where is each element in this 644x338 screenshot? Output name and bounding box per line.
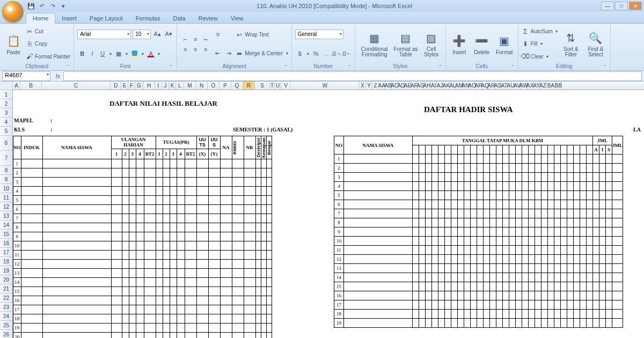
table-row[interactable]: 16 bbox=[13, 296, 272, 305]
align-center-button[interactable]: ≡ bbox=[191, 45, 200, 54]
font-size-combo[interactable]: 10 bbox=[133, 30, 151, 39]
clear-button[interactable]: ⌫Clear▾ bbox=[522, 51, 558, 62]
find-select-button[interactable]: 🔍Find & Select bbox=[584, 25, 607, 63]
borders-button[interactable]: ▦ bbox=[114, 49, 123, 58]
font-color-dropdown[interactable]: ▾ bbox=[156, 49, 162, 58]
table-row[interactable]: 12 bbox=[334, 255, 623, 264]
qat-dropdown-icon[interactable]: ▾ bbox=[59, 2, 68, 10]
table-row[interactable]: 14 bbox=[334, 273, 623, 282]
grow-font-button[interactable]: A▴ bbox=[152, 30, 162, 39]
table-row[interactable]: 8 bbox=[334, 218, 623, 227]
table-row[interactable]: 8 bbox=[13, 223, 272, 232]
table-row[interactable]: 3 bbox=[13, 178, 272, 187]
table-row[interactable]: 6 bbox=[334, 200, 623, 209]
table-row[interactable]: 18 bbox=[334, 310, 623, 319]
number-format-combo[interactable]: General bbox=[295, 30, 343, 39]
merge-center-button[interactable]: ⬌Merge & Center▾ bbox=[236, 48, 288, 59]
table-row[interactable]: 4 bbox=[13, 187, 272, 196]
minimize-button[interactable]: — bbox=[601, 2, 614, 10]
table-row[interactable]: 11 bbox=[13, 251, 272, 260]
table-row[interactable]: 1 bbox=[13, 159, 272, 168]
table-row[interactable]: 9 bbox=[334, 227, 623, 237]
delete-cells-button[interactable]: ➖Delete bbox=[472, 25, 492, 63]
table-row[interactable]: 20 bbox=[13, 333, 272, 338]
italic-button[interactable]: I bbox=[87, 49, 97, 58]
undo-icon[interactable]: ↶ bbox=[38, 2, 46, 10]
table-row[interactable]: 19 bbox=[334, 319, 623, 328]
format-cells-button[interactable]: ▣Format bbox=[494, 25, 515, 63]
decrease-indent-button[interactable]: ⇤ bbox=[213, 49, 222, 58]
tab-data[interactable]: Data bbox=[166, 13, 192, 23]
table-row[interactable]: 11 bbox=[334, 246, 623, 255]
fx-icon[interactable]: fx bbox=[53, 73, 63, 79]
table-row[interactable]: 3 bbox=[334, 173, 623, 182]
insert-cells-button[interactable]: ➕Insert bbox=[449, 25, 470, 63]
currency-dropdown[interactable]: ▾ bbox=[305, 49, 311, 58]
table-row[interactable]: 15 bbox=[13, 287, 272, 296]
table-row[interactable]: 19 bbox=[13, 324, 272, 333]
table-row[interactable]: 10 bbox=[13, 241, 272, 251]
align-bottom-button[interactable]: ⌙ bbox=[201, 34, 210, 44]
table-row[interactable]: 7 bbox=[334, 209, 623, 218]
maximize-button[interactable]: □ bbox=[615, 2, 628, 10]
table-row[interactable]: 15 bbox=[334, 282, 623, 291]
table-row[interactable]: 5 bbox=[334, 191, 623, 200]
left-table[interactable]: NO INDUK NAMA SISWA ULANGAN HARIAN TUGAS… bbox=[13, 136, 272, 338]
formula-input[interactable] bbox=[63, 71, 642, 81]
column-headers[interactable]: ABCDEFGHIJKLMNOPQRSTUVWXYZAAABACADAEAFAG… bbox=[13, 82, 644, 90]
tab-formulas[interactable]: Formulas bbox=[129, 13, 167, 23]
table-row[interactable]: 12 bbox=[13, 260, 272, 269]
align-right-button[interactable]: ≡ bbox=[201, 45, 210, 54]
table-row[interactable]: 14 bbox=[13, 278, 272, 287]
table-row[interactable]: 17 bbox=[13, 305, 272, 314]
copy-button[interactable]: ⎘Copy bbox=[26, 39, 70, 49]
table-row[interactable]: 2 bbox=[334, 164, 623, 173]
table-row[interactable]: 4 bbox=[334, 182, 623, 191]
tab-view[interactable]: View bbox=[224, 13, 250, 23]
conditional-formatting-button[interactable]: ▦Conditional Formatting bbox=[358, 25, 391, 63]
close-button[interactable]: ✕ bbox=[629, 2, 642, 10]
font-color-button[interactable]: A bbox=[146, 49, 156, 58]
underline-dropdown[interactable]: ▾ bbox=[108, 49, 113, 58]
borders-dropdown[interactable]: ▾ bbox=[124, 49, 129, 58]
table-row[interactable]: 5 bbox=[13, 196, 272, 205]
cell-styles-button[interactable]: ▨Cell Styles bbox=[421, 25, 442, 63]
table-row[interactable]: 7 bbox=[13, 214, 272, 223]
table-row[interactable]: 18 bbox=[13, 314, 272, 324]
bold-button[interactable]: B bbox=[77, 49, 87, 58]
table-row[interactable]: 6 bbox=[13, 205, 272, 214]
font-name-combo[interactable]: Arial bbox=[77, 30, 131, 39]
table-row[interactable]: 16 bbox=[334, 291, 623, 300]
tab-home[interactable]: Home bbox=[26, 13, 55, 24]
tab-insert[interactable]: Insert bbox=[55, 13, 83, 23]
percent-button[interactable]: % bbox=[311, 49, 321, 58]
table-row[interactable]: 13 bbox=[334, 264, 623, 273]
shrink-font-button[interactable]: A▾ bbox=[164, 30, 173, 39]
comma-button[interactable]: , bbox=[321, 49, 331, 58]
table-row[interactable]: 10 bbox=[334, 237, 623, 246]
save-icon[interactable]: 💾 bbox=[27, 2, 35, 10]
table-row[interactable]: 1 bbox=[334, 155, 623, 164]
name-box[interactable]: R4687 bbox=[2, 71, 50, 81]
right-table[interactable]: NO NAMA SISWA TANGGAL TATAP MUKA DLM KBM… bbox=[334, 136, 623, 328]
tab-review[interactable]: Review bbox=[192, 13, 224, 23]
decrease-decimal-button[interactable]: .0← bbox=[342, 49, 352, 58]
table-row[interactable]: 2 bbox=[13, 168, 272, 178]
paste-button[interactable]: 📋 Paste bbox=[3, 25, 24, 63]
table-row[interactable]: 13 bbox=[13, 269, 272, 278]
table-row[interactable]: 17 bbox=[334, 300, 623, 310]
row-headers[interactable]: 1234567891011121314151617181920212223242… bbox=[0, 90, 13, 338]
fill-dropdown[interactable]: ▾ bbox=[140, 49, 145, 58]
underline-button[interactable]: U bbox=[98, 49, 107, 58]
format-painter-button[interactable]: 🖌Format Painter bbox=[26, 51, 70, 62]
align-middle-button[interactable]: ≡ bbox=[191, 34, 200, 44]
fill-color-button[interactable]: 🪣 bbox=[130, 49, 140, 58]
office-button[interactable] bbox=[2, 1, 24, 23]
tab-page-layout[interactable]: Page Layout bbox=[83, 13, 129, 23]
align-left-button[interactable]: ≡ bbox=[180, 45, 190, 54]
redo-icon[interactable]: ↷ bbox=[48, 2, 57, 10]
increase-decimal-button[interactable]: .0→ bbox=[332, 49, 341, 58]
align-top-button[interactable]: ⌐ bbox=[180, 34, 190, 44]
wrap-text-button[interactable]: ↩Wrap Text bbox=[236, 30, 288, 40]
worksheet[interactable]: ABCDEFGHIJKLMNOPQRSTUVWXYZAAABACADAEAFAG… bbox=[0, 82, 644, 338]
